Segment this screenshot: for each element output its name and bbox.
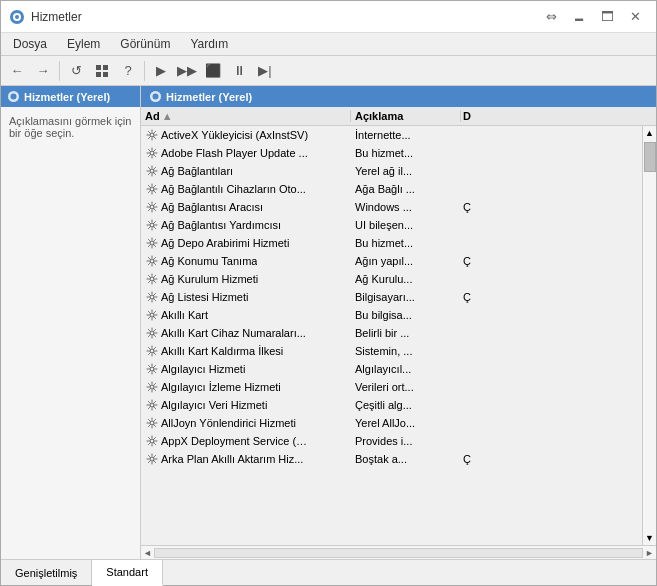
cell-service-name: Ağ Bağlantıları [141,163,351,178]
minimize-button[interactable]: 🗕 [566,7,592,27]
pause-button[interactable]: ⏸ [227,59,251,83]
cell-service-desc: İnternette... [351,128,461,142]
gear-icon [145,290,158,303]
svg-point-10 [153,94,159,100]
sidebar: Hizmetler (Yerel) Açıklamasını görmek iç… [1,86,141,559]
switch-button[interactable]: ⇔ [538,7,564,27]
svg-point-14 [150,187,154,191]
menu-yardim[interactable]: Yardım [182,35,236,53]
menu-eylem[interactable]: Eylem [59,35,108,53]
help-button[interactable]: ? [116,59,140,83]
table-row[interactable]: Ağ BağlantılarıYerel ağ il... [141,162,642,180]
scroll-left-button[interactable]: ◄ [143,548,152,558]
cell-service-name: Ağ Bağlantısı Aracısı [141,199,351,214]
table-row[interactable]: Algılayıcı İzleme HizmetiVerileri ort... [141,378,642,396]
cell-service-d: Ç [461,200,481,214]
table-row[interactable]: Ağ Bağlantısı AracısıWindows ...Ç [141,198,642,216]
scrollbar-thumb[interactable] [644,142,656,172]
horiz-scroll-track[interactable] [154,548,643,558]
scroll-up-button[interactable]: ▲ [643,126,656,140]
content-area: Hizmetler (Yerel) Açıklamasını görmek iç… [1,86,656,559]
table-body: ActiveX Yükleyicisi (AxInstSV)İnternette… [141,126,642,545]
fast-forward-button[interactable]: ▶▶ [175,59,199,83]
cell-service-desc: Ağa Bağlı ... [351,182,461,196]
table-row[interactable]: Arka Plan Akıllı Aktarım Hiz...Boştak a.… [141,450,642,468]
title-bar: Hizmetler ⇔ 🗕 🗖 ✕ [1,1,656,33]
table-row[interactable]: Algılayıcı HizmetiAlgılayıcıl... [141,360,642,378]
gear-icon [145,272,158,285]
tab-standart[interactable]: Standart [92,560,163,586]
cell-service-d [461,134,481,136]
cell-service-d [461,170,481,172]
gear-icon [145,344,158,357]
cell-service-d: Ç [461,254,481,268]
window-title: Hizmetler [31,10,82,24]
gear-icon [145,398,158,411]
main-header-icon [149,90,162,103]
step-button[interactable]: ▶| [253,59,277,83]
table-row[interactable]: Akıllı KartBu bilgisa... [141,306,642,324]
refresh-button[interactable]: ↺ [64,59,88,83]
cell-service-d [461,422,481,424]
scroll-right-button[interactable]: ► [645,548,654,558]
title-bar-left: Hizmetler [9,9,82,25]
sidebar-header-icon [7,90,20,103]
cell-service-d [461,404,481,406]
cell-service-desc: Algılayıcıl... [351,362,461,376]
gear-icon [145,452,158,465]
table-row[interactable]: AllJoyn Yönlendirici HizmetiYerel AllJo.… [141,414,642,432]
svg-point-21 [150,313,154,317]
tab-genisletilmis[interactable]: Genişletilmiş [1,560,92,585]
cell-service-name: AppX Deployment Service (… [141,433,351,448]
table-row[interactable]: ActiveX Yükleyicisi (AxInstSV)İnternette… [141,126,642,144]
col-description: Açıklama [351,110,461,122]
table-row[interactable]: Adobe Flash Player Update ...Bu hizmet..… [141,144,642,162]
cell-service-desc: Bu hizmet... [351,146,461,160]
table-row[interactable]: Algılayıcı Veri HizmetiÇeşitli alg... [141,396,642,414]
menu-bar: Dosya Eylem Görünüm Yardım [1,33,656,56]
cell-service-desc: Provides i... [351,434,461,448]
table-row[interactable]: Ağ Listesi HizmetiBilgisayarı...Ç [141,288,642,306]
svg-point-28 [150,439,154,443]
horizontal-scrollbar[interactable]: ◄ ► [141,545,656,559]
main-header: Hizmetler (Yerel) [141,86,656,107]
grid-button[interactable] [90,59,114,83]
cell-service-desc: Sistemin, ... [351,344,461,358]
svg-point-15 [150,205,154,209]
stop-button[interactable]: ⬛ [201,59,225,83]
cell-service-name: Ağ Depo Arabirimi Hizmeti [141,235,351,250]
table-row[interactable]: AppX Deployment Service (…Provides i... [141,432,642,450]
cell-service-name: Ağ Listesi Hizmeti [141,289,351,304]
sidebar-header: Hizmetler (Yerel) [1,86,140,107]
cell-service-d: Ç [461,452,481,466]
forward-button[interactable]: → [31,59,55,83]
table-row[interactable]: Ağ Kurulum HizmetiAğ Kurulu... [141,270,642,288]
cell-service-name: Algılayıcı Hizmeti [141,361,351,376]
gear-icon [145,218,158,231]
cell-service-d: Ç [461,290,481,304]
table-row[interactable]: Ağ Bağlantısı YardımcısıUI bileşen... [141,216,642,234]
table-row[interactable]: Ağ Bağlantılı Cihazların Oto...Ağa Bağlı… [141,180,642,198]
play-button[interactable]: ▶ [149,59,173,83]
close-button[interactable]: ✕ [622,7,648,27]
menu-dosya[interactable]: Dosya [5,35,55,53]
svg-point-29 [150,457,154,461]
main-window: Hizmetler ⇔ 🗕 🗖 ✕ Dosya Eylem Görünüm Ya… [0,0,657,586]
cell-service-desc: Yerel AllJo... [351,416,461,430]
back-button[interactable]: ← [5,59,29,83]
table-row[interactable]: Akıllı Kart Kaldırma İlkesiSistemin, ... [141,342,642,360]
gear-icon [145,380,158,393]
svg-point-16 [150,223,154,227]
scroll-down-button[interactable]: ▼ [643,531,656,545]
cell-service-desc: Bu bilgisa... [351,308,461,322]
menu-gorunum[interactable]: Görünüm [112,35,178,53]
cell-service-d [461,386,481,388]
cell-service-name: Akıllı Kart [141,307,351,322]
table-row[interactable]: Ağ Depo Arabirimi HizmetiBu hizmet... [141,234,642,252]
scrollbar[interactable]: ▲ ▼ [642,126,656,545]
toolbar: ← → ↺ ? ▶ ▶▶ ⬛ ⏸ ▶| [1,56,656,86]
maximize-button[interactable]: 🗖 [594,7,620,27]
table-row[interactable]: Ağ Konumu TanımaAğın yapıl...Ç [141,252,642,270]
table-row[interactable]: Akıllı Kart Cihaz Numaraları...Belirli b… [141,324,642,342]
cell-service-d [461,440,481,442]
